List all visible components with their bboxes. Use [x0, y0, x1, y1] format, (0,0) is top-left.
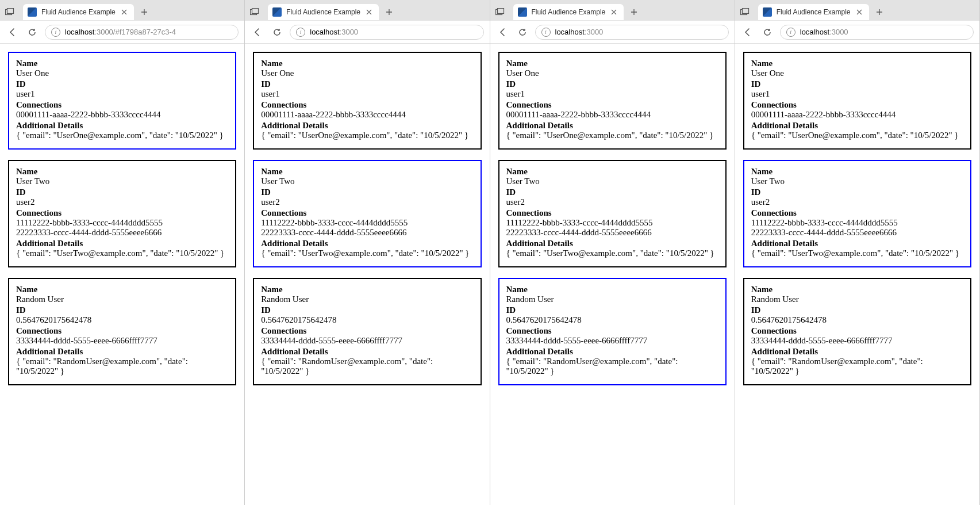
back-button[interactable] — [251, 25, 264, 39]
id-value: user2 — [506, 197, 718, 207]
tab-bar: Fluid Audience Example — [735, 0, 979, 21]
connections-label: Connections — [506, 326, 718, 336]
browser-window-3: Fluid Audience Example i localhost:3000 … — [735, 0, 980, 505]
page-content: Name User One ID user1 Connections 00001… — [0, 44, 244, 505]
url-text: localhost:3000 — [310, 28, 358, 36]
window-controls-icon[interactable] — [495, 7, 505, 17]
connection-value: 22223333-cccc-4444-dddd-5555eeee6666 — [16, 228, 228, 238]
window-controls-icon[interactable] — [740, 7, 750, 17]
id-label: ID — [506, 188, 718, 197]
details-value: { "email": "UserOne@example.com", "date"… — [261, 131, 473, 140]
close-tab-icon[interactable] — [120, 8, 128, 16]
browser-tab[interactable]: Fluid Audience Example — [513, 4, 624, 20]
window-controls-icon[interactable] — [5, 7, 15, 17]
reload-button[interactable] — [760, 25, 774, 39]
id-value: 0.5647620175642478 — [751, 315, 963, 325]
name-value: Random User — [751, 294, 963, 304]
connections-label: Connections — [261, 326, 473, 336]
svg-rect-5 — [497, 9, 504, 14]
close-tab-icon[interactable] — [365, 8, 373, 16]
window-controls-icon[interactable] — [249, 7, 260, 17]
tab-title: Fluid Audience Example — [41, 8, 116, 16]
name-label: Name — [506, 59, 718, 68]
favicon-icon — [28, 7, 37, 17]
connections-list: 00001111-aaaa-2222-bbbb-3333cccc4444 — [16, 110, 228, 120]
connection-value: 33334444-dddd-5555-eeee-6666ffff7777 — [16, 336, 228, 346]
details-value: { "email": "RandomUser@example.com", "da… — [751, 357, 963, 376]
user-card-0: Name User One ID user1 Connections 00001… — [498, 52, 727, 150]
name-value: User One — [261, 68, 473, 78]
url-bar[interactable]: i localhost:3000 — [535, 25, 729, 40]
new-tab-button[interactable] — [627, 5, 641, 19]
user-card-2: Name Random User ID 0.5647620175642478 C… — [498, 278, 727, 385]
back-button[interactable] — [496, 25, 510, 39]
page-content: Name User One ID user1 Connections 00001… — [490, 44, 735, 505]
details-label: Additional Details — [16, 239, 228, 248]
user-card-2: Name Random User ID 0.5647620175642478 C… — [8, 278, 236, 385]
connections-label: Connections — [506, 208, 718, 218]
name-label: Name — [261, 285, 473, 294]
url-bar[interactable]: i localhost:3000 — [290, 25, 483, 40]
connections-label: Connections — [16, 208, 228, 218]
connection-value: 11112222-bbbb-3333-cccc-4444dddd5555 — [261, 218, 473, 228]
id-label: ID — [261, 188, 473, 197]
id-label: ID — [751, 79, 963, 89]
favicon-icon — [518, 7, 527, 17]
info-icon[interactable]: i — [296, 28, 305, 37]
name-value: User Two — [506, 177, 718, 186]
id-label: ID — [506, 305, 718, 315]
name-value: Random User — [261, 294, 473, 304]
id-value: user1 — [16, 89, 228, 99]
name-label: Name — [261, 167, 473, 177]
tab-title: Fluid Audience Example — [777, 8, 851, 16]
name-value: Random User — [506, 294, 718, 304]
details-value: { "email": "RandomUser@example.com", "da… — [16, 357, 228, 376]
user-card-0: Name User One ID user1 Connections 00001… — [253, 52, 481, 150]
browser-tab[interactable]: Fluid Audience Example — [268, 4, 379, 20]
browser-tab[interactable]: Fluid Audience Example — [23, 4, 134, 20]
toolbar: i localhost:3000 — [245, 21, 489, 44]
back-button[interactable] — [741, 25, 755, 39]
details-label: Additional Details — [506, 239, 718, 248]
new-tab-button[interactable] — [382, 5, 396, 19]
name-value: User One — [751, 68, 963, 78]
connection-value: 11112222-bbbb-3333-cccc-4444dddd5555 — [506, 218, 718, 228]
connection-value: 00001111-aaaa-2222-bbbb-3333cccc4444 — [751, 110, 963, 120]
details-value: { "email": "UserOne@example.com", "date"… — [506, 131, 718, 140]
svg-rect-3 — [252, 9, 259, 14]
connection-value: 11112222-bbbb-3333-cccc-4444dddd5555 — [16, 218, 228, 228]
details-label: Additional Details — [16, 121, 228, 131]
connections-list: 11112222-bbbb-3333-cccc-4444dddd5555 222… — [16, 218, 228, 238]
reload-button[interactable] — [516, 25, 529, 39]
connection-value: 33334444-dddd-5555-eeee-6666ffff7777 — [751, 336, 963, 346]
new-tab-button[interactable] — [873, 5, 886, 19]
user-card-2: Name Random User ID 0.5647620175642478 C… — [743, 278, 971, 385]
details-label: Additional Details — [751, 239, 963, 248]
connections-list: 33334444-dddd-5555-eeee-6666ffff7777 — [751, 336, 963, 346]
new-tab-button[interactable] — [137, 5, 151, 19]
url-text: localhost:3000/#f1798a87-27c3-4 — [65, 28, 176, 36]
url-text: localhost:3000 — [555, 28, 604, 36]
info-icon[interactable]: i — [541, 28, 551, 37]
connection-value: 33334444-dddd-5555-eeee-6666ffff7777 — [506, 336, 718, 346]
browser-window-1: Fluid Audience Example i localhost:3000 … — [245, 0, 490, 505]
id-label: ID — [16, 79, 228, 89]
info-icon[interactable]: i — [786, 28, 795, 37]
browser-tab[interactable]: Fluid Audience Example — [758, 4, 869, 20]
close-tab-icon[interactable] — [610, 8, 618, 16]
connection-value: 22223333-cccc-4444-dddd-5555eeee6666 — [751, 228, 963, 238]
close-tab-icon[interactable] — [855, 8, 863, 16]
svg-rect-7 — [742, 9, 748, 14]
id-value: user2 — [16, 197, 228, 207]
connections-list: 00001111-aaaa-2222-bbbb-3333cccc4444 — [751, 110, 963, 120]
url-bar[interactable]: i localhost:3000/#f1798a87-27c3-4 — [45, 25, 239, 40]
reload-button[interactable] — [25, 25, 39, 39]
back-button[interactable] — [6, 25, 20, 39]
user-card-0: Name User One ID user1 Connections 00001… — [8, 52, 236, 150]
reload-button[interactable] — [270, 25, 284, 39]
user-card-0: Name User One ID user1 Connections 00001… — [743, 52, 971, 150]
tab-title: Fluid Audience Example — [286, 8, 360, 16]
id-label: ID — [16, 305, 228, 315]
info-icon[interactable]: i — [51, 28, 60, 37]
url-bar[interactable]: i localhost:3000 — [780, 25, 974, 40]
